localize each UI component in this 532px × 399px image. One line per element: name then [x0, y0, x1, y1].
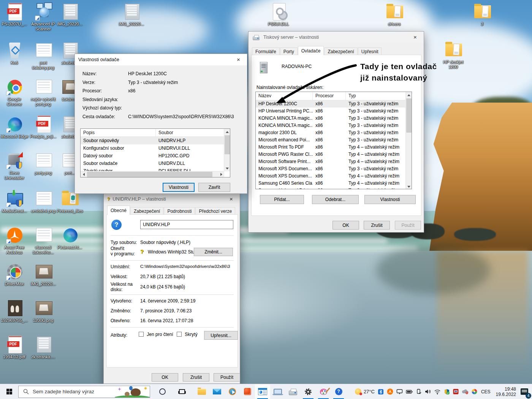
notification-center-button[interactable]: 4	[519, 384, 532, 399]
remote-app-tray-item[interactable]	[451, 384, 460, 399]
file-row[interactable]: Soubor nápovědy UNIDRV.HLP	[81, 137, 230, 144]
readonly-checkbox[interactable]	[139, 332, 144, 337]
cancel-button[interactable]: Zrušit	[183, 373, 209, 382]
desktop-icon[interactable]: MediaCreat...	[0, 188, 28, 223]
driver-row[interactable]: Microsoft Software Print... x86 Typ 4 – …	[256, 158, 412, 165]
driver-row[interactable]: Microsoft enhanced Poi... x86 Typ 3 - už…	[256, 136, 412, 144]
driver-row[interactable]: KONICA MINOLTA magic... x86 Typ 3 - uživ…	[256, 115, 412, 122]
settings-button[interactable]	[301, 384, 316, 399]
driver-row[interactable]: magicolor 2300 DL x86 Typ 3 - uživatelsk…	[256, 129, 412, 136]
desktop-icon[interactable]: Predpis_poji...	[29, 114, 57, 149]
file-row[interactable]: Datový soubor HP1200C.GPD	[81, 152, 230, 160]
tab[interactable]: Porty	[280, 48, 298, 55]
defender-tray-item[interactable]	[442, 384, 451, 399]
battery-tray-item[interactable]	[404, 384, 414, 399]
task-view-button[interactable]	[174, 384, 190, 399]
tab[interactable]: Upřesnit	[358, 48, 382, 55]
bluetooth-tray-item[interactable]	[376, 384, 385, 399]
paint-button[interactable]	[316, 384, 331, 399]
desktop-icon[interactable]: DriverMax	[0, 261, 28, 296]
hidden-checkbox[interactable]	[177, 332, 182, 337]
volume-tray-item[interactable]	[423, 384, 432, 399]
ok-button[interactable]: OK	[152, 373, 178, 382]
print-server-window-button[interactable]	[255, 384, 270, 399]
desktop-icon[interactable]: vlasnosti tiskového...	[29, 225, 57, 260]
cortana-button[interactable]	[155, 384, 170, 399]
updater-tray-item[interactable]	[470, 384, 479, 399]
list-header[interactable]: Název Procesor Typ	[256, 92, 412, 100]
vertical-scrollbar[interactable]	[224, 129, 230, 171]
desktop-icon[interactable]: nejde vytvořit port.png	[29, 77, 57, 112]
column-desc[interactable]: Popis	[81, 129, 156, 136]
tab[interactable]: Ovladače	[298, 46, 324, 55]
desktop-icon[interactable]: PS-3207U_...	[0, 2, 28, 36]
avast-tray-item[interactable]	[385, 384, 395, 399]
office-button[interactable]	[240, 384, 255, 399]
driver-row[interactable]: HP DeskJet 1200C x86 Typ 3 - uživatelský…	[256, 100, 412, 108]
close-icon[interactable]: ×	[407, 32, 424, 43]
advanced-button[interactable]: Upřesnit...	[204, 331, 238, 340]
driver-row[interactable]: Samsung C460 Series Cla... x86 Typ 4 – u…	[256, 180, 412, 187]
tab[interactable]: Podrobnosti	[164, 207, 195, 215]
properties-button[interactable]: Vlastnosti	[364, 195, 416, 204]
list-header[interactable]: Popis Soubor	[81, 129, 230, 137]
column-processor[interactable]: Procesor	[313, 92, 346, 100]
change-button[interactable]: Změnit...	[194, 248, 233, 256]
start-button[interactable]	[0, 384, 18, 399]
media-player-button[interactable]	[225, 384, 240, 399]
desktop-icon[interactable]: zk.stranka....	[29, 334, 57, 369]
desktop-icon[interactable]: IMG_20220...	[55, 2, 84, 36]
desktop-icon[interactable]: umístění.png	[29, 188, 57, 223]
scrollbar-thumb[interactable]	[406, 98, 412, 133]
desktop-icon[interactable]: IMG_20220...	[29, 261, 57, 296]
desktop-icon[interactable]: 192969755_...	[0, 298, 28, 333]
close-icon[interactable]: ×	[230, 54, 247, 65]
properties-button[interactable]: Vlastnosti	[163, 183, 195, 192]
ok-button[interactable]: OK	[332, 221, 359, 230]
help-button[interactable]: ?	[331, 384, 346, 399]
search-box[interactable]: Sem zadejte hledaný výraz	[18, 386, 150, 398]
driver-row[interactable]: KONICA MINOLTA magic... x86 Typ 3 - uživ…	[256, 122, 412, 129]
tab[interactable]: Zabezpečení	[324, 48, 357, 55]
tab[interactable]: Formuláře	[252, 48, 280, 55]
driver-row[interactable]: Samsung Universal Print... x86 Typ 3 - u…	[256, 187, 412, 189]
usb-tray-item[interactable]	[414, 384, 423, 399]
cancel-button[interactable]: Zrušit	[364, 221, 390, 230]
apply-button[interactable]: Použít	[395, 221, 421, 230]
vertical-scrollbar[interactable]	[405, 92, 412, 189]
column-file[interactable]: Soubor	[156, 129, 223, 136]
tab[interactable]: Obecné	[107, 206, 130, 215]
tab[interactable]: Předchozí verze	[195, 207, 235, 215]
desktop-icon[interactable]: 3	[468, 2, 496, 36]
desktop-icon[interactable]: porty.png	[29, 150, 57, 185]
file-explorer-button[interactable]	[194, 384, 209, 399]
printers-button[interactable]	[285, 384, 301, 399]
desktop-icon[interactable]: Advanced IP Scanner	[29, 2, 57, 36]
apply-button[interactable]: Použít	[214, 373, 240, 382]
language-indicator[interactable]: CES	[479, 384, 493, 399]
scrollbar-thumb[interactable]	[225, 135, 230, 154]
clock[interactable]: 19:48 19.6.2022	[493, 386, 519, 397]
desktop-icon[interactable]: Microsoft Edge	[0, 114, 28, 149]
close-icon[interactable]: ×	[223, 193, 240, 204]
driver-row[interactable]: Microsoft XPS Documen... x86 Typ 3 - uži…	[256, 165, 412, 173]
close-button[interactable]: Zavřít	[198, 183, 230, 192]
remove-button[interactable]: Odebrat...	[312, 195, 359, 204]
cloud-tray-item[interactable]	[460, 384, 470, 399]
desktop-icon[interactable]: HP deskjet 1200	[439, 40, 467, 74]
add-button[interactable]: Přidat...	[260, 195, 304, 204]
file-row[interactable]: Soubor ovladače UNIDRV.DLL	[81, 160, 230, 167]
horizontal-scrollbar[interactable]	[81, 171, 224, 177]
connect-tray-item[interactable]	[395, 384, 404, 399]
desktop-icon[interactable]: IMG_20220...	[117, 2, 146, 36]
tab[interactable]: Zabezpečení	[130, 207, 163, 215]
driver-row[interactable]: Microsoft XPS Documen... x86 Typ 4 – uži…	[256, 173, 412, 180]
this-pc-button[interactable]	[270, 384, 285, 399]
column-type[interactable]: Typ	[346, 92, 406, 100]
desktop-icon[interactable]: 1200C.png	[29, 298, 57, 333]
desktop-icon[interactable]: Koš	[0, 40, 28, 75]
file-row[interactable]: Konfigurační soubor UNIDRVUI.DLL	[81, 144, 230, 152]
driver-row[interactable]: HP Universal Printing PC... x86 Typ 3 - …	[256, 108, 412, 115]
desktop-icon[interactable]: 1994-02.pdf	[0, 334, 28, 369]
desktop-icon[interactable]: port tiskárny.png	[29, 40, 57, 75]
